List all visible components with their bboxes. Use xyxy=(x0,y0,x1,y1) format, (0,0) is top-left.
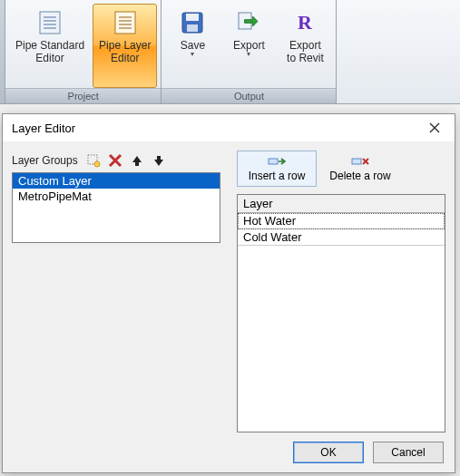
ok-label: OK xyxy=(320,446,336,459)
dialog-titlebar: Layer Editor xyxy=(3,114,455,141)
layer-groups-label: Layer Groups xyxy=(12,154,78,167)
add-icon xyxy=(86,153,101,168)
pipe-layer-editor-button[interactable]: Pipe Layer Editor xyxy=(93,4,157,88)
document-icon xyxy=(111,8,140,37)
insert-row-button[interactable]: Insert a row xyxy=(237,151,317,187)
arrow-down-icon xyxy=(152,154,165,167)
insert-row-icon xyxy=(268,153,286,170)
ribbon-group-output: Save ▾ Export ▾ R Export to Revit Output xyxy=(161,0,337,103)
layer-groups-list[interactable]: Custom Layer MetroPipeMat xyxy=(12,172,220,243)
delete-icon xyxy=(108,153,122,168)
add-group-button[interactable] xyxy=(85,152,102,169)
list-item-label: Custom Layer xyxy=(18,174,92,188)
ribbon: Pipe Standard Editor Pipe Layer Editor P… xyxy=(0,0,460,104)
export-to-revit-button[interactable]: R Export to Revit xyxy=(278,4,332,88)
cell-value: Hot Water xyxy=(243,214,296,228)
close-button[interactable] xyxy=(422,118,447,138)
cancel-button[interactable]: Cancel xyxy=(373,442,444,463)
layer-groups-panel: Layer Groups Custom Layer MetroPipeMat xyxy=(12,151,220,432)
arrow-up-icon xyxy=(131,154,143,167)
svg-rect-11 xyxy=(186,14,199,21)
pipe-layer-editor-label: Pipe Layer Editor xyxy=(99,39,151,64)
close-icon xyxy=(429,122,440,133)
table-row[interactable]: Hot Water xyxy=(238,213,445,229)
chevron-down-icon: ▾ xyxy=(247,50,250,58)
move-up-button[interactable] xyxy=(129,152,145,169)
ribbon-group-title-project: Project xyxy=(5,88,161,103)
pipe-standard-editor-label: Pipe Standard Editor xyxy=(15,39,84,64)
list-item[interactable]: Custom Layer xyxy=(13,173,220,189)
save-icon xyxy=(178,8,207,37)
pipe-standard-editor-button[interactable]: Pipe Standard Editor xyxy=(9,4,91,88)
ribbon-group-project: Pipe Standard Editor Pipe Layer Editor P… xyxy=(5,0,161,103)
export-to-revit-label: Export to Revit xyxy=(287,39,324,64)
dialog-footer: OK Cancel xyxy=(3,432,455,472)
ok-button[interactable]: OK xyxy=(293,442,364,463)
svg-rect-0 xyxy=(40,12,60,34)
revit-icon: R xyxy=(290,8,319,37)
table-row[interactable]: Cold Water xyxy=(238,229,445,246)
layer-groups-toolbar: Layer Groups xyxy=(12,151,220,170)
svg-point-18 xyxy=(94,161,100,167)
insert-row-label: Insert a row xyxy=(249,170,306,182)
ribbon-group-title-output: Output xyxy=(161,88,336,103)
cancel-label: Cancel xyxy=(391,446,425,459)
layers-grid: Layer Hot Water Cold Water xyxy=(237,194,445,432)
ribbon-fill xyxy=(337,0,460,103)
svg-text:R: R xyxy=(298,11,313,34)
delete-row-button[interactable]: Delete a row xyxy=(320,151,400,187)
chevron-down-icon: ▾ xyxy=(191,50,194,58)
svg-rect-12 xyxy=(187,24,198,32)
delete-row-label: Delete a row xyxy=(329,170,390,182)
layer-editor-dialog: Layer Editor Layer Groups xyxy=(2,113,455,473)
layers-panel: Insert a row Delete a row Layer Hot Wate… xyxy=(237,151,445,432)
document-icon xyxy=(35,8,64,37)
row-toolbar: Insert a row Delete a row xyxy=(237,151,445,187)
delete-group-button[interactable] xyxy=(107,152,123,169)
grid-header-layer[interactable]: Layer xyxy=(238,195,445,213)
save-button[interactable]: Save ▾ xyxy=(165,4,220,88)
svg-rect-21 xyxy=(269,159,278,164)
dialog-body: Layer Groups Custom Layer MetroPipeMat xyxy=(3,141,455,432)
export-button[interactable]: Export ▾ xyxy=(221,4,276,88)
list-item[interactable]: MetroPipeMat xyxy=(13,189,220,204)
grid-body: Hot Water Cold Water xyxy=(238,213,445,432)
svg-rect-5 xyxy=(115,12,135,34)
svg-rect-22 xyxy=(352,159,361,164)
dialog-title: Layer Editor xyxy=(12,121,75,135)
move-down-button[interactable] xyxy=(151,152,167,169)
cell-value: Cold Water xyxy=(243,230,302,244)
export-icon xyxy=(234,8,263,37)
list-item-label: MetroPipeMat xyxy=(18,189,92,203)
delete-row-icon xyxy=(351,153,369,170)
